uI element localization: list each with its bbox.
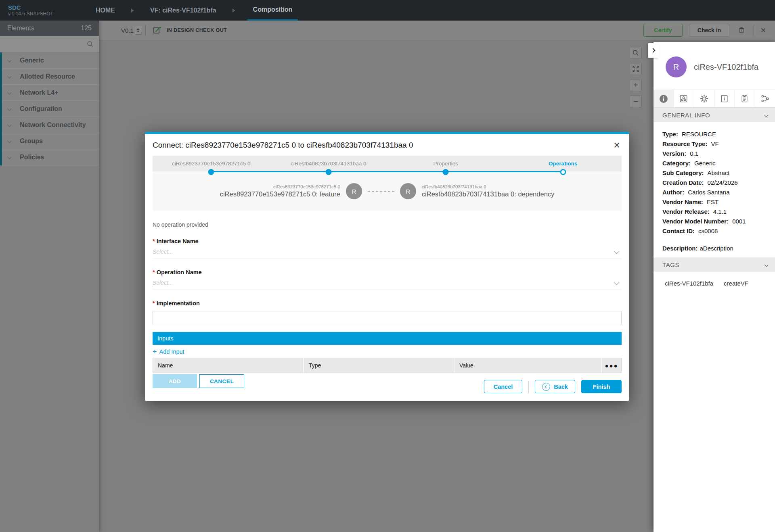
zoom-out-button[interactable]: − (630, 95, 642, 107)
general-info-title: GENERAL INFO (662, 112, 710, 119)
panel-header: R ciRes-VF102f1bfa (654, 42, 775, 77)
canvas-search-button[interactable] (630, 47, 642, 59)
chevron-down-icon (765, 263, 769, 267)
close-workspace-icon[interactable]: × (760, 25, 766, 35)
tab-information-artifacts[interactable] (714, 90, 734, 107)
chevron-left-circle-icon (542, 383, 550, 391)
tab-deployment-artifacts[interactable] (673, 90, 693, 107)
composition-toolbar: V0.1 IN DESIGN CHECK OUT Certify Check i… (99, 21, 775, 40)
tab-requirements-capabilities[interactable] (734, 90, 754, 107)
breadcrumb-vf[interactable]: VF: ciRes-VF102f1bfa (146, 0, 220, 21)
step-to-node[interactable]: ciResfb40823b703f74131baa 0 (270, 156, 388, 171)
breadcrumb-separator-icon (131, 8, 134, 13)
search-icon (86, 40, 94, 48)
finish-button[interactable]: Finish (581, 380, 622, 393)
cancel-input-button[interactable]: CANCEL (199, 374, 244, 388)
panel-tabs (654, 90, 775, 108)
chevron-down-icon (8, 91, 12, 95)
info-row-vendor-release: Vendor Release:4.1.1 (662, 207, 775, 217)
expand-icon (632, 65, 640, 73)
app-logo[interactable]: SDC v.1.14.5-SNAPSHOT (0, 4, 92, 17)
plus-icon: + (633, 81, 638, 89)
delete-trash-icon[interactable] (736, 25, 747, 36)
tag-item: createVF (724, 280, 748, 287)
boxed-info-icon (720, 94, 729, 103)
breadcrumb-composition[interactable]: Composition (247, 0, 298, 21)
chevron-down-icon (765, 113, 769, 117)
step-dot (325, 169, 331, 175)
component-info-panel: R ciRes-VF102f1bfa (654, 42, 775, 532)
avatar: R (666, 56, 687, 77)
search-icon (632, 49, 640, 57)
info-row-creation-date: Creation Date:02/24/2026 (662, 178, 775, 188)
step-from-node[interactable]: ciRes8923770e153e978271c5 0 (153, 156, 270, 171)
info-icon (659, 94, 668, 104)
interface-name-select[interactable]: Select... (153, 244, 622, 259)
inputs-table-header: Name Type Value ●●● (153, 358, 622, 373)
version-stepper[interactable] (135, 26, 141, 35)
chevron-right-icon (651, 48, 655, 52)
check-in-button[interactable]: Check in (689, 24, 729, 37)
general-info-section-header[interactable]: GENERAL INFO (654, 108, 775, 122)
column-value: Value (454, 358, 601, 373)
tags-list: ciRes-VF102f1bfa createVF (654, 272, 775, 287)
info-row-category: Category:Generic (662, 159, 775, 168)
app-version: v.1.14.5-SNAPSHOT (8, 11, 92, 17)
info-row-type: Type:RESOURCE (662, 129, 775, 139)
tab-operations-api[interactable] (755, 90, 775, 107)
info-row-contact-id: Contact ID:cs0008 (662, 226, 775, 236)
zoom-in-button[interactable]: + (630, 79, 642, 91)
connect-wizard-modal: Connect: ciRes8923770e153e978271c5 0 to … (145, 132, 629, 401)
breadcrumb-home[interactable]: HOME (92, 0, 119, 21)
sidebar-item-policies[interactable]: Policies (0, 149, 99, 165)
panel-collapse-button[interactable] (648, 43, 659, 58)
step-properties[interactable]: Properties (387, 156, 505, 171)
elements-search-input[interactable] (0, 36, 99, 52)
connection-preview: ciRes8923770e153e978271c5 0 ciRes8923770… (153, 171, 622, 211)
description-row: Description:aDescription (654, 236, 775, 257)
element-category-list: Generic Allotted Resource Network L4+ Co… (0, 52, 99, 165)
sidebar-item-configuration[interactable]: Configuration (0, 101, 99, 117)
tab-properties-settings[interactable] (694, 90, 714, 107)
artifact-frame-icon (679, 94, 688, 103)
tab-general-info[interactable] (654, 90, 673, 107)
modal-footer: Cancel Back Finish (484, 380, 622, 393)
tags-title: TAGS (662, 261, 679, 268)
step-dot (443, 169, 449, 175)
top-header: SDC v.1.14.5-SNAPSHOT HOME VF: ciRes-VF1… (0, 0, 775, 21)
tags-section-header[interactable]: TAGS (654, 257, 775, 272)
footer-divider (528, 381, 529, 393)
cancel-button[interactable]: Cancel (484, 380, 522, 393)
stepper-line (211, 171, 563, 172)
wizard-stepper: ciRes8923770e153e978271c5 0 ciResfb40823… (153, 156, 622, 171)
sidebar-item-generic[interactable]: Generic (0, 52, 99, 69)
step-dot (560, 169, 566, 175)
canvas-fit-screen-button[interactable] (630, 63, 642, 75)
info-row-vendor-name: Vendor Name:EST (662, 197, 775, 207)
certify-button[interactable]: Certify (643, 24, 683, 37)
elements-count-badge: 125 (81, 25, 92, 32)
elements-search (0, 36, 99, 52)
step-operations[interactable]: Operations (505, 156, 622, 171)
tag-item: ciRes-VF102f1bfa (665, 280, 713, 287)
elements-header: Elements 125 (0, 21, 99, 36)
add-input-link[interactable]: + Add Input (153, 348, 184, 355)
close-icon[interactable]: × (614, 141, 620, 150)
info-row-vendor-model-number: Vendor Model Number:0001 (662, 217, 775, 226)
category-accent-stripe (0, 52, 2, 165)
plus-icon: + (153, 348, 157, 355)
lifecycle-status-label: IN DESIGN CHECK OUT (167, 27, 227, 33)
add-button[interactable]: ADD (153, 374, 197, 388)
implementation-input[interactable] (153, 311, 622, 325)
operation-name-select[interactable]: Select... (153, 275, 622, 290)
chevron-down-icon (8, 123, 12, 127)
modal-title: Connect: ciRes8923770e153e978271c5 0 to … (153, 141, 413, 150)
elements-sidebar: Elements 125 Generic Allotted Resource N… (0, 21, 99, 532)
sidebar-item-groups[interactable]: Groups (0, 133, 99, 149)
sidebar-item-allotted-resource[interactable]: Allotted Resource (0, 69, 99, 85)
chevron-down-icon (8, 107, 12, 111)
back-button[interactable]: Back (535, 380, 575, 393)
sidebar-item-network-l4[interactable]: Network L4+ (0, 85, 99, 101)
column-type: Type (303, 358, 454, 373)
sidebar-item-network-connectivity[interactable]: Network Connectivity (0, 117, 99, 133)
